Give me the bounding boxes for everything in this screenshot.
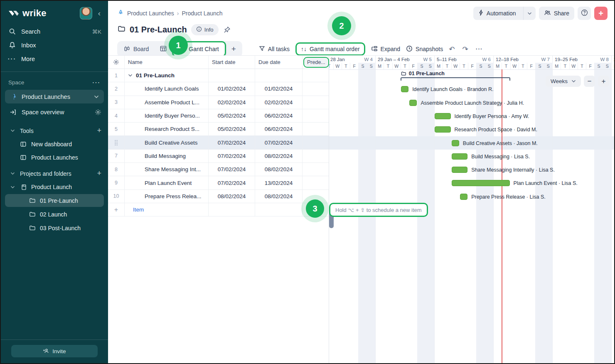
more-actions-icon[interactable]: ···: [476, 46, 483, 52]
task-due-date[interactable]: [255, 69, 303, 82]
task-predecessors-cell[interactable]: [303, 69, 329, 82]
task-predecessors-cell[interactable]: [303, 123, 329, 135]
task-start-date[interactable]: 08/02/2024: [209, 190, 255, 203]
add-item-label[interactable]: Item: [125, 203, 209, 216]
sidebar-item-search[interactable]: Search ⌘K: [1, 25, 108, 38]
task-start-date[interactable]: 07/02/2024: [209, 136, 255, 149]
redo-icon[interactable]: ↷: [462, 45, 468, 54]
info-button[interactable]: Info: [191, 24, 219, 35]
sidebar-folder-item[interactable]: 03 Post-Launch: [5, 221, 104, 234]
gantt-bar[interactable]: [460, 194, 467, 200]
task-due-date[interactable]: 06/02/2024: [255, 123, 303, 135]
column-header-predecessors[interactable]: Prede...: [303, 57, 329, 68]
task-due-date[interactable]: 08/02/2024: [255, 163, 303, 176]
task-start-date[interactable]: 02/02/2024: [209, 96, 255, 109]
table-row[interactable]: 2 Identify Launch Goals 01/02/2024 01/02…: [108, 82, 329, 96]
zoom-in-button[interactable]: +: [598, 76, 609, 87]
task-start-date[interactable]: 07/02/2024: [209, 176, 255, 189]
add-item-plus-icon[interactable]: +: [108, 203, 125, 216]
task-predecessors-cell[interactable]: [303, 109, 329, 122]
wrike-logo[interactable]: wrike: [8, 8, 76, 19]
task-predecessors-cell[interactable]: [303, 176, 329, 189]
pin-icon[interactable]: [224, 26, 231, 33]
sidebar-folder-item[interactable]: 02 Launch: [5, 208, 104, 221]
column-header-due-date[interactable]: Due date: [255, 56, 303, 69]
gantt-bar[interactable]: [452, 167, 468, 173]
add-tool-button[interactable]: +: [97, 126, 101, 135]
add-view-button[interactable]: +: [226, 44, 241, 54]
table-row[interactable]: 1 01 Pre-Launch: [108, 69, 329, 82]
task-due-date[interactable]: 02/02/2024: [255, 96, 303, 109]
task-start-date[interactable]: 05/02/2024: [209, 109, 255, 122]
task-predecessors-cell[interactable]: [303, 96, 329, 109]
gear-icon[interactable]: [95, 109, 101, 116]
help-button[interactable]: [578, 7, 591, 20]
invite-button[interactable]: Invite: [11, 345, 98, 357]
task-predecessors-cell[interactable]: [303, 136, 329, 149]
table-row[interactable]: Build Creative Assets 07/02/2024 07/02/2…: [108, 136, 329, 149]
sidebar-folder-item[interactable]: 01 Pre-Launch: [5, 194, 104, 207]
column-header-start-date[interactable]: Start date: [209, 56, 255, 69]
task-predecessors-cell[interactable]: [303, 163, 329, 176]
filter-all-tasks[interactable]: All tasks: [259, 46, 290, 53]
tab-board[interactable]: Board: [118, 41, 155, 57]
drag-handle-icon[interactable]: [114, 140, 118, 146]
column-header-name[interactable]: Name: [125, 56, 209, 69]
zoom-out-button[interactable]: −: [584, 76, 595, 87]
add-item-row[interactable]: + Item: [108, 203, 329, 216]
gantt-bar[interactable]: [435, 126, 451, 133]
gantt-bar[interactable]: [452, 153, 468, 160]
task-due-date[interactable]: 13/02/2024: [255, 176, 303, 189]
gantt-bar[interactable]: [452, 180, 510, 186]
task-predecessors-cell[interactable]: [303, 82, 329, 95]
task-predecessors-cell[interactable]: [303, 150, 329, 162]
timescale-select[interactable]: Weeks: [546, 76, 581, 87]
gantt-bar[interactable]: [409, 100, 417, 106]
breadcrumb-product-launch[interactable]: Product Launch: [182, 10, 223, 17]
gantt-bar[interactable]: [435, 113, 451, 119]
undo-icon[interactable]: ↶: [449, 45, 455, 54]
share-button[interactable]: Share: [539, 7, 574, 20]
table-row[interactable]: 3 Assemble Product L... 02/02/2024 02/02…: [108, 96, 329, 109]
sidebar-item-inbox[interactable]: Inbox: [1, 38, 108, 52]
add-project-button[interactable]: +: [97, 169, 101, 178]
task-start-date[interactable]: 07/02/2024: [209, 150, 255, 162]
task-start-date[interactable]: 07/02/2024: [209, 163, 255, 176]
sidebar-item-product-launches-dashboard[interactable]: Product Launches: [1, 151, 108, 164]
table-row[interactable]: 10 Prepare Press Relea... 08/02/2024 08/…: [108, 190, 329, 203]
table-row[interactable]: 4 Identify Buyer Perso... 05/02/2024 06/…: [108, 109, 329, 123]
automation-button[interactable]: Automation: [473, 7, 536, 20]
gantt-summary-bracket[interactable]: [401, 77, 510, 81]
sidebar-item-product-launch-project[interactable]: Product Launch: [1, 180, 108, 194]
create-new-button[interactable]: +: [594, 7, 608, 20]
gantt-manual-order-button[interactable]: ↑↓ Gantt manual order: [295, 42, 365, 56]
sidebar-item-new-dashboard[interactable]: New dashboard: [1, 138, 108, 151]
task-start-date[interactable]: 01/02/2024: [209, 82, 255, 95]
sidebar-item-space-overview[interactable]: Space overview: [1, 105, 108, 119]
user-avatar[interactable]: [80, 7, 92, 20]
table-row[interactable]: 7 Build Messaging 07/02/2024 08/02/2024: [108, 150, 329, 163]
space-menu-icon[interactable]: ···: [93, 79, 101, 86]
gantt-summary-label[interactable]: 01 Pre-Launch: [401, 71, 445, 76]
automation-chevron[interactable]: [523, 7, 536, 20]
snapshots-button[interactable]: Snapshots: [406, 45, 443, 53]
gantt-bar[interactable]: [401, 86, 408, 92]
sidebar-item-more[interactable]: ··· More: [1, 52, 108, 66]
space-selector[interactable]: Product Launches: [5, 90, 104, 103]
sidebar-collapse-icon[interactable]: ‹: [96, 9, 103, 18]
task-due-date[interactable]: 01/02/2024: [255, 82, 303, 95]
column-settings-button[interactable]: [108, 56, 125, 69]
task-start-date[interactable]: [209, 69, 255, 82]
tools-section-toggle[interactable]: Tools +: [1, 124, 108, 138]
collapse-caret-icon[interactable]: [128, 74, 133, 77]
task-due-date[interactable]: 07/02/2024: [255, 136, 303, 149]
task-due-date[interactable]: 06/02/2024: [255, 109, 303, 122]
expand-button[interactable]: Expand: [371, 46, 400, 53]
table-row[interactable]: 8 Share Messaging Int... 07/02/2024 08/0…: [108, 163, 329, 176]
task-due-date[interactable]: 08/02/2024: [255, 190, 303, 203]
projects-section-toggle[interactable]: Projects and folders +: [1, 167, 108, 180]
table-row[interactable]: 9 Plan Launch Event 07/02/2024 13/02/202…: [108, 176, 329, 189]
breadcrumb-product-launches[interactable]: Product Launches: [127, 10, 174, 17]
task-due-date[interactable]: 08/02/2024: [255, 150, 303, 162]
task-start-date[interactable]: 05/02/2024: [209, 123, 255, 135]
